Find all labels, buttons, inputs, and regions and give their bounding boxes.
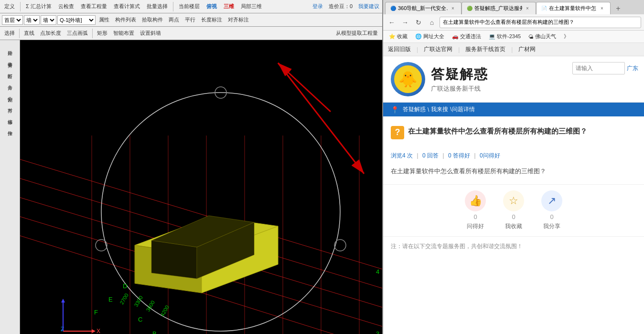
dimension-label-btn[interactable]: 长度标注 (199, 15, 225, 24)
rect-btn[interactable]: 矩形 (95, 29, 110, 38)
type1-select[interactable]: 墙 (24, 15, 40, 25)
home-btn[interactable]: ⌂ (426, 17, 438, 28)
extract-model-btn[interactable]: 从模型提取工程量 (333, 29, 380, 38)
share-icon: ↗ (541, 190, 562, 211)
local-3d-btn[interactable]: 局部三维 (238, 2, 264, 11)
view-count[interactable]: 浏览4 次 (391, 152, 413, 160)
bm-collect[interactable]: ⭐ 收藏 (386, 32, 410, 41)
three-arc-btn[interactable]: 三点画弧 (64, 29, 90, 38)
view-formula-btn[interactable]: 查看计算式 (111, 2, 142, 11)
tab-current[interactable]: 📄 在土建算量软件中怎... × (536, 2, 611, 14)
toolbar-row1: 定义 Σ 汇总计算 云检查 查看工程量 查看计算式 批量选择 当前楼层 俯视 三… (0, 0, 382, 13)
old-version-link[interactable]: 返回旧版 (388, 45, 411, 53)
breadcrumb-search[interactable]: 我来搜 (431, 105, 448, 114)
bm-weather[interactable]: 🌤 佛山天气 (526, 32, 559, 41)
breadcrumb-bar: 📍 答疑解惑 \ 我来搜 \问题详情 (383, 103, 644, 116)
view-quantities-btn[interactable]: 查看工程量 (78, 2, 109, 11)
component-list-btn[interactable]: 构件列表 (113, 15, 139, 24)
region-label[interactable]: 广东 (627, 64, 638, 73)
select-btn[interactable]: 选择 (2, 29, 17, 38)
suggestion-label[interactable]: 我要建议 (357, 3, 380, 10)
stretch-tool[interactable]: 延伸 (1, 42, 19, 52)
tab-qa-close[interactable]: × (524, 5, 531, 12)
qa-site-title: 答疑解惑 (431, 65, 488, 84)
tab-qa[interactable]: 🟢 答疑解惑_广联达服务... × (462, 2, 536, 14)
interest-count[interactable]: 0问得好 (480, 152, 500, 160)
trim-tool[interactable]: 非修剪 (1, 53, 19, 64)
three-d-btn[interactable]: 三维 (221, 2, 236, 11)
line-btn[interactable]: 直线 (21, 29, 37, 38)
align-tool[interactable]: 对齐 (1, 99, 19, 110)
browser-content[interactable]: 🐥 答疑解惑 广联达服务新干线 广东 📍 答疑解惑 \ 我来搜 \问题详情 ? … (383, 56, 644, 334)
align-label-btn[interactable]: 对齐标注 (225, 15, 251, 24)
question-icon: ? (391, 126, 404, 139)
bookmarks-bar: ⭐ 收藏 🌐 网址大全 🚗 交通违法 💻 软件-2345 🌤 佛山天气 》 (383, 31, 644, 43)
refresh-btn[interactable]: ↻ (413, 17, 424, 28)
svg-text:3: 3 (376, 330, 379, 334)
move-tool[interactable]: 偏移 (1, 111, 19, 121)
svg-text:E: E (108, 296, 113, 303)
toolbar-row2: 首层 墙 墙 Q-1[外墙] 属性 构件列表 拾取构件 两点 平行 长度标注 对… (0, 13, 382, 27)
browser-panel: 🔵 360导航_新一代安全... × 🟢 答疑解惑_广联达服务... × 📄 在… (382, 0, 644, 334)
batch-select-btn[interactable]: 批量选择 (144, 2, 170, 11)
cad-area: 定义 Σ 汇总计算 云检查 查看工程量 查看计算式 批量选择 当前楼层 俯视 三… (0, 0, 382, 334)
point-add-length-btn[interactable]: 点加长度 (38, 29, 64, 38)
new-tab-btn[interactable]: + (612, 3, 624, 14)
back-btn[interactable]: ← (386, 17, 397, 28)
star-icon: ☆ (503, 190, 524, 211)
service-new-link[interactable]: 服务新干线首页 (465, 45, 505, 53)
tab-360-close[interactable]: × (450, 5, 456, 12)
detail-select[interactable]: Q-1[外墙] (57, 15, 96, 25)
split-tool[interactable]: 公分割 (1, 88, 19, 98)
svg-text:B: B (152, 330, 157, 334)
like-btn[interactable]: 👍 0 问得好 (461, 190, 490, 230)
pick-component-btn[interactable]: 拾取构件 (140, 15, 165, 24)
svg-marker-22 (151, 240, 197, 279)
merge-tool[interactable]: 合并 (1, 76, 19, 87)
svg-text:4: 4 (376, 268, 379, 275)
properties-btn[interactable]: 属性 (97, 15, 112, 24)
share-btn[interactable]: ↗ 0 我分享 (537, 190, 566, 230)
svg-text:X: X (97, 328, 100, 334)
bm-url-nav[interactable]: 🌐 网址大全 (412, 32, 447, 41)
qa-site-subtitle: 广联达服务新干线 (431, 84, 488, 93)
bm-traffic[interactable]: 🚗 交通违法 (449, 32, 484, 41)
left-tool-panel: 延伸 非修剪 打断 合并 公分割 对齐 偏移 拉伸 (0, 40, 20, 334)
breadcrumb-qa[interactable]: 答疑解惑 (403, 105, 426, 114)
cad-canvas[interactable]: F E D C B 2700 3300 3600 4200 4 3 Z X (20, 40, 382, 334)
floor-select[interactable]: 首层 (2, 15, 23, 25)
set-slope-btn[interactable]: 设置斜墙 (138, 29, 163, 38)
perspective-btn[interactable]: 俯视 (204, 2, 219, 11)
address-bar[interactable] (440, 17, 641, 28)
like-label: 问得好 (467, 222, 484, 230)
action-row: 👍 0 问得好 ☆ 0 我收藏 ↗ 0 我分享 (383, 184, 644, 236)
current-layer-btn[interactable]: 当前楼层 (176, 2, 202, 11)
helpful-count[interactable]: 0 答得好 (448, 152, 470, 160)
pull-tool[interactable]: 拉伸 (1, 122, 19, 133)
gl-official-link[interactable]: 广联达官网 (424, 45, 452, 53)
question-title: ? 在土建算量软件中怎么查看所有楼层所有构建的三维图？ (391, 126, 636, 139)
summary-btn[interactable]: Σ 汇总计算 (23, 2, 54, 11)
login-label[interactable]: 登录 (311, 3, 324, 10)
forward-btn[interactable]: → (399, 17, 411, 28)
smart-layout-btn[interactable]: 智能布置 (111, 29, 137, 38)
bm-software[interactable]: 💻 软件-2345 (486, 32, 524, 41)
two-points-btn[interactable]: 两点 (166, 15, 182, 24)
tab-current-close[interactable]: × (599, 5, 605, 12)
parallel-btn[interactable]: 平行 (182, 15, 198, 24)
qa-search-input[interactable] (572, 62, 625, 74)
tab-360[interactable]: 🔵 360导航_新一代安全... × (385, 2, 462, 14)
gl-material-link[interactable]: 广材网 (518, 45, 536, 53)
toolbar-row3: 选择 直线 点加长度 三点画弧 矩形 智能布置 设置斜墙 从模型提取工程量 (0, 27, 382, 40)
qa-title-block: 答疑解惑 广联达服务新干线 (431, 65, 488, 93)
question-body: 在土建算量软件中怎么查看所有楼层所有构建的三维图？ (383, 163, 644, 184)
browser-tabs: 🔵 360导航_新一代安全... × 🟢 答疑解惑_广联达服务... × 📄 在… (383, 0, 644, 14)
answer-count[interactable]: 0 回答 (422, 152, 439, 160)
bm-more[interactable]: 》 (561, 32, 572, 41)
type2-select[interactable]: 墙 (41, 15, 56, 25)
svg-text:D: D (123, 282, 127, 290)
cloud-check-btn[interactable]: 云检查 (56, 2, 76, 11)
star-btn[interactable]: ☆ 0 我收藏 (499, 190, 528, 230)
break-tool[interactable]: 打断 (1, 65, 19, 75)
define-btn[interactable]: 定义 (2, 2, 17, 11)
